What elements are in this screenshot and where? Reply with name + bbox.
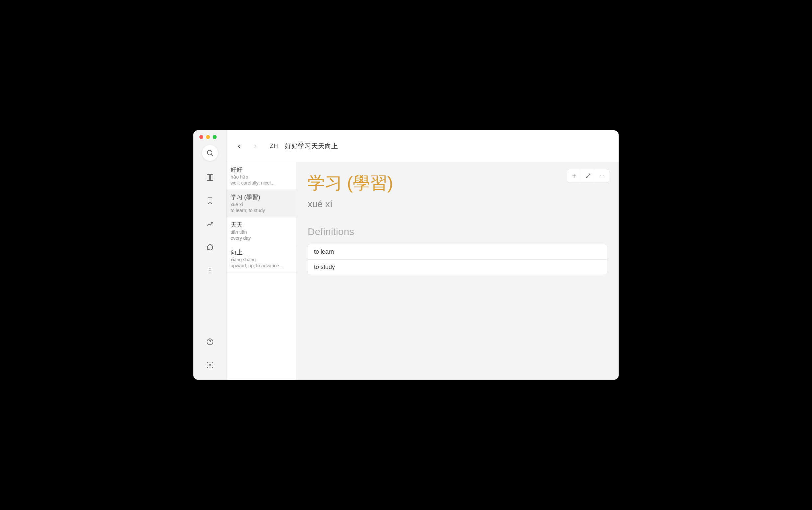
svg-point-0 — [207, 150, 212, 155]
word-hanzi: 学习 (學習) — [231, 193, 292, 201]
breadcrumb: 好好学习天天向上 — [285, 142, 338, 151]
expand-button[interactable] — [581, 169, 595, 182]
body: 好好 hǎo hǎo well; carefully; nicel... 学习 … — [227, 162, 619, 380]
svg-point-14 — [603, 175, 604, 176]
word-list-item[interactable]: 好好 hǎo hǎo well; carefully; nicel... — [227, 162, 296, 190]
word-gloss: to learn; to study — [231, 208, 292, 213]
sidebar-item-stats[interactable] — [202, 216, 218, 232]
sidebar-item-bookmarks[interactable] — [202, 193, 218, 209]
definition-row: to study — [308, 260, 607, 275]
definitions-heading: Definitions — [308, 226, 607, 237]
detail-actions — [567, 169, 609, 183]
word-pinyin: hǎo hǎo — [231, 174, 292, 179]
content: ZH 好好学习天天向上 好好 hǎo hǎo well; carefully; … — [193, 130, 619, 380]
word-gloss: well; carefully; nicel... — [231, 180, 292, 186]
nav-forward-button[interactable] — [250, 142, 260, 151]
word-gloss: upward; up; to advance... — [231, 263, 292, 268]
minimize-window-button[interactable] — [206, 135, 210, 139]
headword: 学习 (學習) — [308, 172, 607, 195]
word-pinyin: tiān tiān — [231, 229, 292, 235]
add-button[interactable] — [567, 169, 581, 182]
search-button[interactable] — [202, 145, 218, 161]
sidebar-item-settings[interactable] — [202, 357, 218, 373]
word-hanzi: 向上 — [231, 248, 292, 256]
sidebar-bottom — [202, 334, 218, 374]
maximize-window-button[interactable] — [213, 135, 217, 139]
word-list-item[interactable]: 学习 (學習) xué xí to learn; to study — [227, 190, 296, 218]
expand-icon — [585, 173, 591, 179]
sidebar-item-help[interactable] — [202, 334, 218, 350]
window-controls — [199, 135, 217, 139]
sidebar — [193, 130, 227, 380]
more-vertical-icon — [206, 266, 214, 275]
search-icon — [206, 149, 214, 157]
gear-icon — [206, 361, 214, 369]
chevron-right-icon — [252, 144, 258, 149]
topbar: ZH 好好学习天天向上 — [227, 130, 619, 162]
svg-point-12 — [600, 175, 601, 176]
word-gloss: every day — [231, 235, 292, 241]
sidebar-item-more[interactable] — [202, 263, 218, 279]
svg-line-11 — [586, 176, 588, 178]
svg-point-2 — [209, 268, 210, 269]
definition-row: to learn — [308, 244, 607, 260]
svg-point-4 — [209, 273, 210, 274]
app-window: ZH 好好学习天天向上 好好 hǎo hǎo well; carefully; … — [193, 130, 619, 380]
more-horizontal-icon — [599, 173, 605, 179]
language-badge: ZH — [270, 143, 278, 150]
word-list-item[interactable]: 向上 xiàng shàng upward; up; to advance... — [227, 245, 296, 273]
svg-point-7 — [209, 364, 211, 366]
sidebar-item-dictionary[interactable] — [202, 170, 218, 186]
book-icon — [206, 174, 214, 181]
svg-line-10 — [588, 174, 590, 175]
help-icon — [206, 338, 214, 346]
word-hanzi: 天天 — [231, 221, 292, 229]
word-list-item[interactable]: 天天 tiān tiān every day — [227, 218, 296, 245]
trending-up-icon — [206, 220, 214, 228]
svg-point-3 — [209, 270, 210, 271]
svg-line-1 — [211, 154, 213, 156]
svg-point-6 — [210, 343, 210, 344]
more-button[interactable] — [595, 169, 609, 182]
detail-pane: 学习 (學習) xué xí Definitions to learn to s… — [296, 162, 619, 380]
plus-icon — [571, 173, 577, 179]
nav-back-button[interactable] — [235, 142, 244, 151]
chat-icon — [206, 244, 214, 251]
main: ZH 好好学习天天向上 好好 hǎo hǎo well; carefully; … — [227, 130, 619, 380]
word-list: 好好 hǎo hǎo well; carefully; nicel... 学习 … — [227, 162, 296, 380]
word-pinyin: xiàng shàng — [231, 257, 292, 262]
close-window-button[interactable] — [199, 135, 203, 139]
headword-pinyin: xué xí — [308, 199, 607, 209]
bookmark-icon — [206, 197, 214, 205]
chevron-left-icon — [237, 144, 242, 149]
svg-point-13 — [602, 175, 602, 176]
sidebar-item-chat[interactable] — [202, 239, 218, 255]
word-hanzi: 好好 — [231, 166, 292, 174]
word-pinyin: xué xí — [231, 202, 292, 207]
definitions-card: to learn to study — [308, 244, 607, 275]
